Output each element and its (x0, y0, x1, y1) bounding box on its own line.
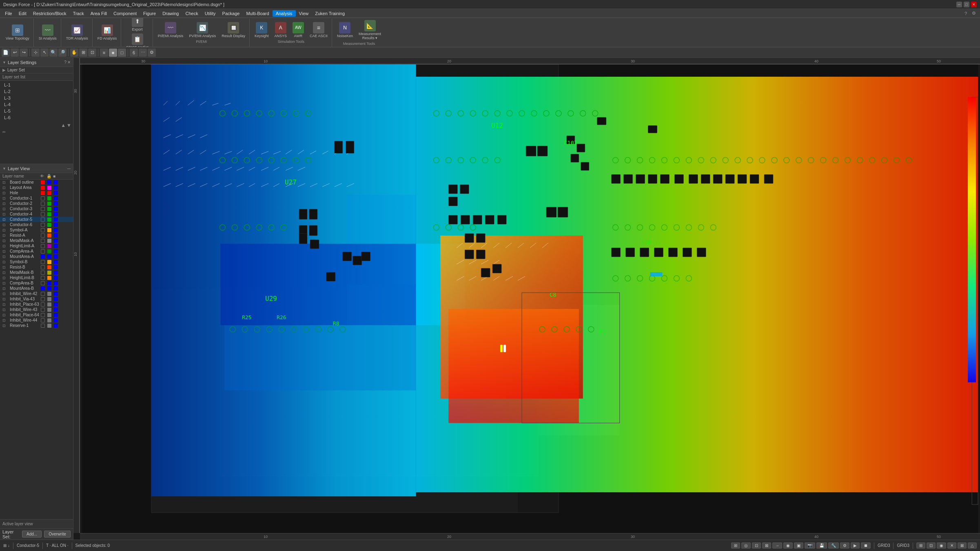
edit-layer-icon[interactable]: ✏ (0, 129, 73, 135)
menu-area-fill[interactable]: Area Fill (87, 10, 110, 17)
status-icon3[interactable]: ⊡ (752, 542, 761, 549)
tb2-snap[interactable]: ⊡ (88, 49, 96, 57)
pi-emi-analysis-button[interactable]: 〰 PI/EMI Analysis (155, 21, 186, 39)
menu-drawing[interactable]: Drawing (159, 10, 182, 17)
status-extra2[interactable]: ⊡ (927, 542, 936, 549)
status-extra5[interactable]: ⊠ (958, 542, 967, 549)
help-icon[interactable]: ? (962, 11, 969, 16)
keysight-button[interactable]: K Keysight (252, 21, 271, 39)
layer-set-item-l1[interactable]: L-1 (2, 82, 71, 88)
layer-view-collapse[interactable]: ─ (67, 166, 71, 171)
layer-view-expand-icon[interactable]: ▼ (2, 167, 6, 171)
ansys-button[interactable]: A ANSYS (272, 21, 289, 39)
maximize-button[interactable]: □ (964, 2, 969, 7)
menu-file[interactable]: File (2, 10, 16, 17)
menu-check[interactable]: Check (182, 10, 201, 17)
layer-row-layout-area[interactable]: ⊡ Layout Area (0, 185, 73, 190)
status-icon12[interactable]: ▶ (851, 542, 860, 549)
status-extra3[interactable]: ◉ (937, 542, 946, 549)
overwrite-layer-set-button[interactable]: Overwrite (44, 531, 71, 538)
view-topology-button[interactable]: ⊞ View Topology (3, 24, 32, 42)
layer-row-inhibit-via-43[interactable]: ⊡ Inhibit_Via-43 (0, 296, 73, 302)
layer-row-resist-b[interactable]: ⊡ Resist-B (0, 264, 73, 270)
layer-set-item-l4[interactable]: L-4 (2, 101, 71, 108)
menu-analysis[interactable]: Analysis (273, 10, 296, 17)
status-icon4[interactable]: ⊠ (762, 542, 771, 549)
si-analysis-button[interactable]: 〰 SI Analysis (36, 24, 59, 42)
tb2-zoom-in[interactable]: 🔍 (49, 49, 58, 57)
tb2-color[interactable]: ■ (109, 49, 117, 57)
result-display-button[interactable]: 🔲 Result Display (219, 21, 248, 39)
menu-restriction[interactable]: Restriction/Block (30, 10, 70, 17)
fd-analysis-button[interactable]: 📊 FD Analysis (95, 24, 120, 42)
layer-settings-expand-icon[interactable]: ▼ (2, 60, 6, 64)
status-icon9[interactable]: 💾 (816, 542, 827, 549)
layer-row-symbol-b[interactable]: ⊡ Symbol-B (0, 259, 73, 264)
layer-row-comparea-a[interactable]: ⊡ CompArea-A (0, 249, 73, 254)
awr-button[interactable]: AW AWR (290, 21, 306, 39)
layer-row-conductor3[interactable]: ⊡ Conductor-3 (0, 206, 73, 211)
menu-figure[interactable]: Figure (140, 10, 159, 17)
menu-package[interactable]: Package (219, 10, 243, 17)
layer-set-item-l5[interactable]: L-5 (2, 108, 71, 114)
status-icon1[interactable]: ⊞ (731, 542, 740, 549)
status-icon10[interactable]: 🔧 (828, 542, 839, 549)
layer-row-inhibit-place-63[interactable]: ⊡ Inhibit_Place-63 (0, 302, 73, 307)
scroll-up-arrow[interactable]: ▲ (61, 122, 66, 128)
status-extra6[interactable]: △ (968, 542, 977, 549)
tb2-num1[interactable]: 6 (130, 49, 138, 57)
tb2-zoom-out[interactable]: 🔎 (58, 49, 67, 57)
layer-row-metalmask-b[interactable]: ⊡ MetalMask-B (0, 270, 73, 275)
layer-row-mountarea-b[interactable]: ⊡ MountArea-B (0, 286, 73, 291)
tb2-grid[interactable]: ⊞ (79, 49, 87, 57)
menu-view[interactable]: View (296, 10, 312, 17)
layer-row-hole[interactable]: ⊡ Hole (0, 190, 73, 196)
layer-row-inhibit-place-64[interactable]: ⊡ Inhibit_Place-64 (0, 312, 73, 318)
status-extra1[interactable]: ⊞ (916, 542, 925, 549)
pcb-canvas-content[interactable]: U12 C107 U27 U29 R25 R26 R8 C8 P1 (80, 64, 980, 533)
layer-row-inhibit-wire-44[interactable]: ⊡ Inhibit_Wire-44 (0, 318, 73, 323)
layer-row-mountarea-a[interactable]: ⊡ MountArea-A (0, 254, 73, 259)
layer-row-inhibit-wire-42[interactable]: ⊡ Inhibit_Wire-42 (0, 291, 73, 296)
layer-row-conductor1[interactable]: ⊡ Conductor-1 (0, 196, 73, 201)
status-icon13[interactable]: ⏹ (861, 542, 871, 549)
layer-set-item-l6[interactable]: L-6 (2, 114, 71, 121)
canvas-area[interactable]: 30 10 20 30 40 50 30 20 10 10 20 30 4 (73, 58, 980, 540)
menu-zuken-training[interactable]: Zuken Training (312, 10, 348, 17)
layer-row-reserve-1[interactable]: ⊡ Reserve-1 (0, 323, 73, 328)
tb2-dots[interactable]: ⋯ (139, 49, 147, 57)
status-icon2[interactable]: ◎ (741, 542, 751, 549)
layer-row-conductor2[interactable]: ⊡ Conductor-2 (0, 201, 73, 206)
minimize-button[interactable]: ─ (956, 2, 962, 7)
tb2-pan[interactable]: ✋ (70, 49, 78, 57)
cae-ascii-button[interactable]: ≡ CAE ASCII (307, 21, 330, 39)
layer-row-conductor6[interactable]: ⊡ Conductor-6 (0, 222, 73, 227)
layer-row-heightlimit-a[interactable]: ⊡ HeightLimit-A (0, 243, 73, 249)
layer-set-item-l3[interactable]: L-3 (2, 95, 71, 101)
status-extra4[interactable]: ✕ (947, 542, 956, 549)
tb2-color2[interactable]: □ (118, 49, 126, 57)
layer-row-conductor5[interactable]: ⊡ Conductor-5 (0, 217, 73, 222)
add-layer-set-button[interactable]: Add... (22, 531, 42, 538)
layer-row-board-outline[interactable]: ⊡ Board outline (0, 180, 73, 185)
layer-set-expand[interactable]: ▶ (2, 68, 6, 72)
tb2-layers[interactable]: ≡ (100, 49, 108, 57)
tdr-analysis-button[interactable]: 📈 TDR Analysis (64, 24, 91, 42)
close-button[interactable]: ✕ (971, 2, 977, 7)
status-icon6[interactable]: ◉ (783, 542, 793, 549)
layer-row-comparea-b[interactable]: ⊡ CompArea-B (0, 280, 73, 286)
tb2-select[interactable]: ⊹ (31, 49, 40, 57)
tb2-undo[interactable]: ↩ (11, 49, 19, 57)
tb2-pointer[interactable]: ↖ (40, 49, 49, 57)
menu-utility[interactable]: Utility (202, 10, 219, 17)
menu-multi-board[interactable]: Multi-Board (243, 10, 272, 17)
status-down-icon[interactable]: ↓ (8, 543, 10, 548)
tb2-new[interactable]: 📄 (2, 49, 10, 57)
status-icon5[interactable]: → (772, 542, 782, 549)
layer-settings-help[interactable]: ? (64, 60, 67, 64)
tb2-redo[interactable]: ↪ (20, 49, 28, 57)
layer-row-symbol-a[interactable]: ⊡ Symbol-A (0, 227, 73, 233)
status-icon11[interactable]: ⚙ (840, 542, 849, 549)
layer-row-inhibit-wire-43[interactable]: ⊡ Inhibit_Wire-43 (0, 307, 73, 312)
pv-emi-analysis-button[interactable]: 📉 PV/EMI Analysis (186, 21, 218, 39)
